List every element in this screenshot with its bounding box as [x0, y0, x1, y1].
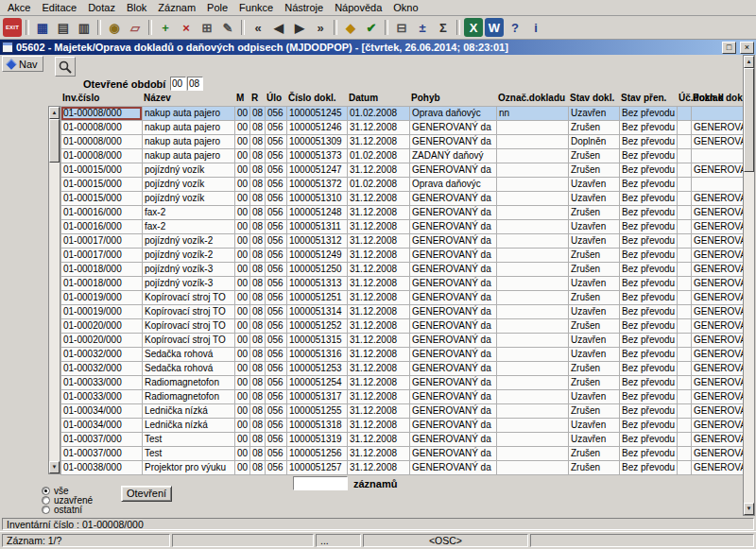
- cell-cislo-dokl[interactable]: 1000051319: [287, 433, 348, 447]
- table-row[interactable]: 01-00020/000 Kopírovací stroj TO 00 08 0…: [61, 334, 746, 348]
- cell-m[interactable]: 00: [235, 461, 250, 475]
- open-button[interactable]: Otevření: [121, 486, 172, 502]
- cell-r[interactable]: 08: [250, 305, 266, 319]
- delete-record-icon[interactable]: ×: [177, 18, 196, 37]
- cell-m[interactable]: 00: [235, 362, 250, 376]
- cell-pozn-k-dokl[interactable]: GENEROVANÝ: [692, 348, 746, 362]
- menu-item[interactable]: Akce: [2, 1, 36, 14]
- cell-pozn-k-dokl[interactable]: GENEROVANÝ: [692, 234, 746, 249]
- cell-oznac-dokladu[interactable]: nn: [497, 107, 569, 121]
- cell-stav-dokl[interactable]: Zrušen: [569, 249, 620, 263]
- cell-ulo[interactable]: 056: [266, 305, 287, 319]
- menu-item[interactable]: Nápověda: [329, 1, 387, 14]
- cell-ulo[interactable]: 056: [266, 121, 287, 135]
- cell-inv-cislo[interactable]: 01-00008/000: [61, 107, 143, 121]
- cell-inv-cislo[interactable]: 01-00008/000: [61, 135, 143, 149]
- table-row[interactable]: 01-00037/000 Test 00 08 056 1000051256 3…: [61, 447, 746, 461]
- cell-pohyb[interactable]: GENEROVANÝ da: [410, 163, 497, 178]
- print-preview-icon[interactable]: ▥: [75, 18, 94, 37]
- cell-stav-pren[interactable]: Bez převodu -: [620, 178, 678, 192]
- cell-oznac-dokladu[interactable]: [497, 263, 569, 277]
- cell-datum[interactable]: 31.12.2008: [348, 376, 410, 390]
- cell-datum[interactable]: 31.12.2008: [348, 461, 410, 475]
- cell-cislo-dokl[interactable]: 1000051256: [287, 447, 348, 461]
- cell-stav-pren[interactable]: Bez převodu -: [620, 376, 678, 390]
- cell-inv-cislo[interactable]: 01-00019/000: [61, 291, 143, 305]
- scroll-down-icon[interactable]: ▼: [744, 503, 754, 515]
- cell-stav-pren[interactable]: Bez převodu -: [620, 135, 678, 149]
- cell-pohyb[interactable]: GENEROVANÝ da: [410, 390, 497, 404]
- scroll-up-icon[interactable]: ▲: [744, 56, 754, 68]
- cell-uc-doklad[interactable]: [678, 404, 692, 419]
- print-icon[interactable]: ▤: [54, 18, 73, 37]
- cell-pozn-k-dokl[interactable]: GENEROVANÝ: [692, 121, 746, 135]
- period-field-2[interactable]: [187, 77, 203, 91]
- cell-stav-dokl[interactable]: Uzavřen: [569, 234, 620, 249]
- cell-m[interactable]: 00: [235, 319, 250, 334]
- cell-stav-pren[interactable]: Bez převodu -: [620, 163, 678, 178]
- cell-r[interactable]: 08: [250, 263, 266, 277]
- cell-pohyb[interactable]: GENEROVANÝ da: [410, 192, 497, 206]
- cell-uc-doklad[interactable]: [678, 107, 692, 121]
- cell-stav-dokl[interactable]: Zrušen: [569, 291, 620, 305]
- cell-ulo[interactable]: 056: [266, 277, 287, 291]
- table-row[interactable]: 01-00016/000 fax-2 00 08 056 1000051248 …: [61, 206, 746, 220]
- cell-pozn-k-dokl[interactable]: GENEROVANÝ: [692, 305, 746, 319]
- cell-stav-dokl[interactable]: Doplněn: [569, 135, 620, 149]
- cell-r[interactable]: 08: [250, 419, 266, 433]
- cell-pozn-k-dokl[interactable]: GENEROVANÝ: [692, 376, 746, 390]
- period-field-1[interactable]: [170, 77, 186, 91]
- cell-oznac-dokladu[interactable]: [497, 348, 569, 362]
- cell-cislo-dokl[interactable]: 1000051315: [287, 334, 348, 348]
- cell-nazev[interactable]: pojízdný vozík: [143, 163, 235, 178]
- cell-datum[interactable]: 01.02.2008: [348, 149, 410, 163]
- zoom-button[interactable]: [55, 57, 76, 77]
- cell-ulo[interactable]: 056: [266, 334, 287, 348]
- cell-oznac-dokladu[interactable]: [497, 178, 569, 192]
- cell-datum[interactable]: 31.12.2008: [348, 433, 410, 447]
- table-row[interactable]: 01-00034/000 Lednička nízká 00 08 056 10…: [61, 419, 746, 433]
- cell-inv-cislo[interactable]: 01-00034/000: [61, 419, 143, 433]
- cell-stav-dokl[interactable]: Uzavřen: [569, 390, 620, 404]
- cell-pozn-k-dokl[interactable]: GENEROVANÝ: [692, 334, 746, 348]
- cell-r[interactable]: 08: [250, 107, 266, 121]
- cell-uc-doklad[interactable]: [678, 192, 692, 206]
- cell-pozn-k-dokl[interactable]: GENEROVANÝ: [692, 277, 746, 291]
- cell-datum[interactable]: 31.12.2008: [348, 163, 410, 178]
- cell-oznac-dokladu[interactable]: [497, 433, 569, 447]
- cell-cislo-dokl[interactable]: 1000051317: [287, 390, 348, 404]
- cell-oznac-dokladu[interactable]: [497, 135, 569, 149]
- cell-uc-doklad[interactable]: [678, 121, 692, 135]
- cell-pozn-k-dokl[interactable]: GENEROVANÝ: [692, 447, 746, 461]
- cell-pozn-k-dokl[interactable]: GENEROVANÝ: [692, 220, 746, 234]
- cell-uc-doklad[interactable]: [678, 319, 692, 334]
- cell-nazev[interactable]: pojízdný vozík: [143, 178, 235, 192]
- cell-m[interactable]: 00: [235, 263, 250, 277]
- cell-uc-doklad[interactable]: [678, 263, 692, 277]
- cell-uc-doklad[interactable]: [678, 305, 692, 319]
- cell-cislo-dokl[interactable]: 1000051245: [287, 107, 348, 121]
- cell-pozn-k-dokl[interactable]: GENEROVANÝ: [692, 263, 746, 277]
- cell-oznac-dokladu[interactable]: [497, 334, 569, 348]
- cell-ulo[interactable]: 056: [266, 291, 287, 305]
- cell-ulo[interactable]: 056: [266, 348, 287, 362]
- table-row[interactable]: 01-00038/000 Projektor pro výuku 00 08 0…: [61, 461, 746, 475]
- cell-inv-cislo[interactable]: 01-00016/000: [61, 220, 143, 234]
- cell-stav-pren[interactable]: Bez převodu -: [620, 404, 678, 419]
- cell-pozn-k-dokl[interactable]: GENEROVANÝ: [692, 419, 746, 433]
- cell-cislo-dokl[interactable]: 1000051257: [287, 461, 348, 475]
- cell-cislo-dokl[interactable]: 1000051318: [287, 419, 348, 433]
- cell-pohyb[interactable]: ZADANÝ daňový: [410, 149, 497, 163]
- next-record-icon[interactable]: ▶: [290, 18, 309, 37]
- cell-nazev[interactable]: pojízdný vozík-3: [143, 277, 235, 291]
- cell-ulo[interactable]: 056: [266, 362, 287, 376]
- table-row[interactable]: 01-00032/000 Sedačka rohová 00 08 056 10…: [61, 348, 746, 362]
- table-row[interactable]: 01-00033/000 Radiomagnetofon 00 08 056 1…: [61, 390, 746, 404]
- cell-oznac-dokladu[interactable]: [497, 305, 569, 319]
- cell-stav-pren[interactable]: Bez převodu -: [620, 291, 678, 305]
- cell-oznac-dokladu[interactable]: [497, 192, 569, 206]
- cell-nazev[interactable]: Kopírovací stroj TO: [143, 305, 235, 319]
- cell-stav-pren[interactable]: Bez převodu -: [620, 220, 678, 234]
- cell-uc-doklad[interactable]: [678, 362, 692, 376]
- cell-nazev[interactable]: fax-2: [143, 220, 235, 234]
